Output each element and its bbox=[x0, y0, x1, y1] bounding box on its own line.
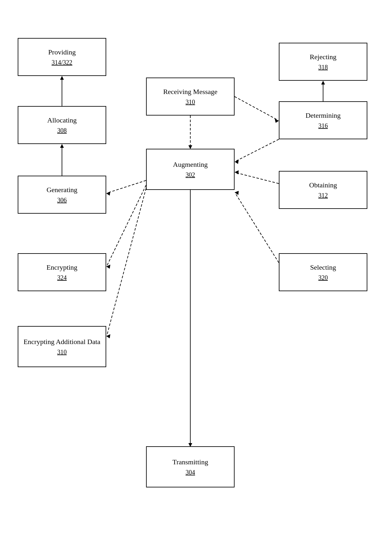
diagram: Providing314/322Allocating308Generating3… bbox=[0, 16, 392, 516]
svg-marker-7 bbox=[275, 119, 279, 123]
box-number-encrypting-additional: 310 bbox=[57, 348, 67, 356]
svg-line-18 bbox=[107, 185, 146, 266]
box-rejecting: Rejecting318 bbox=[279, 43, 367, 81]
box-number-determining: 316 bbox=[318, 122, 328, 129]
svg-marker-19 bbox=[106, 265, 110, 269]
box-allocating: Allocating308 bbox=[18, 106, 106, 144]
svg-marker-11 bbox=[235, 160, 239, 164]
box-label-augmenting: Augmenting bbox=[173, 160, 208, 169]
svg-marker-1 bbox=[60, 76, 64, 80]
box-obtaining: Obtaining312 bbox=[279, 171, 367, 209]
page-title bbox=[0, 0, 392, 9]
box-label-obtaining: Obtaining bbox=[309, 181, 337, 190]
box-label-transmitting: Transmitting bbox=[173, 458, 208, 467]
box-label-encrypting: Encrypting bbox=[46, 263, 77, 272]
box-number-obtaining: 312 bbox=[318, 192, 328, 199]
box-transmitting: Transmitting304 bbox=[146, 446, 235, 487]
box-augmenting: Augmenting302 bbox=[146, 149, 235, 190]
box-selecting: Selecting320 bbox=[279, 253, 367, 291]
box-number-allocating: 308 bbox=[57, 127, 67, 134]
svg-marker-17 bbox=[106, 191, 110, 196]
box-number-selecting: 320 bbox=[318, 274, 328, 281]
svg-line-20 bbox=[107, 188, 146, 335]
box-encrypting: Encrypting324 bbox=[18, 253, 106, 291]
box-determining: Determining316 bbox=[279, 101, 367, 139]
svg-marker-3 bbox=[60, 144, 64, 148]
svg-marker-13 bbox=[235, 170, 239, 174]
svg-line-6 bbox=[235, 97, 278, 120]
svg-line-10 bbox=[235, 139, 279, 161]
box-label-determining: Determining bbox=[305, 111, 340, 120]
svg-marker-15 bbox=[235, 191, 239, 195]
box-label-rejecting: Rejecting bbox=[310, 53, 336, 62]
box-number-transmitting: 304 bbox=[186, 469, 195, 476]
box-number-generating: 306 bbox=[57, 197, 67, 204]
svg-marker-9 bbox=[321, 81, 325, 85]
box-label-encrypting-additional: Encrypting Additional Data bbox=[23, 337, 100, 347]
svg-marker-21 bbox=[106, 334, 110, 338]
svg-line-12 bbox=[235, 172, 279, 184]
box-label-allocating: Allocating bbox=[47, 116, 77, 125]
svg-line-14 bbox=[235, 193, 279, 263]
box-number-receiving: 310 bbox=[186, 98, 195, 106]
box-number-augmenting: 302 bbox=[186, 171, 195, 179]
box-providing: Providing314/322 bbox=[18, 38, 106, 76]
box-label-providing: Providing bbox=[48, 48, 76, 57]
box-generating: Generating306 bbox=[18, 176, 106, 214]
box-number-rejecting: 318 bbox=[318, 64, 328, 71]
svg-line-16 bbox=[107, 180, 146, 193]
box-number-providing: 314/322 bbox=[52, 59, 72, 66]
box-encrypting-additional: Encrypting Additional Data310 bbox=[18, 326, 106, 367]
box-number-encrypting: 324 bbox=[57, 274, 67, 281]
box-receiving: Receiving Message310 bbox=[146, 78, 235, 116]
box-label-selecting: Selecting bbox=[310, 263, 336, 272]
box-label-receiving: Receiving Message bbox=[163, 87, 217, 97]
box-label-generating: Generating bbox=[46, 185, 77, 195]
